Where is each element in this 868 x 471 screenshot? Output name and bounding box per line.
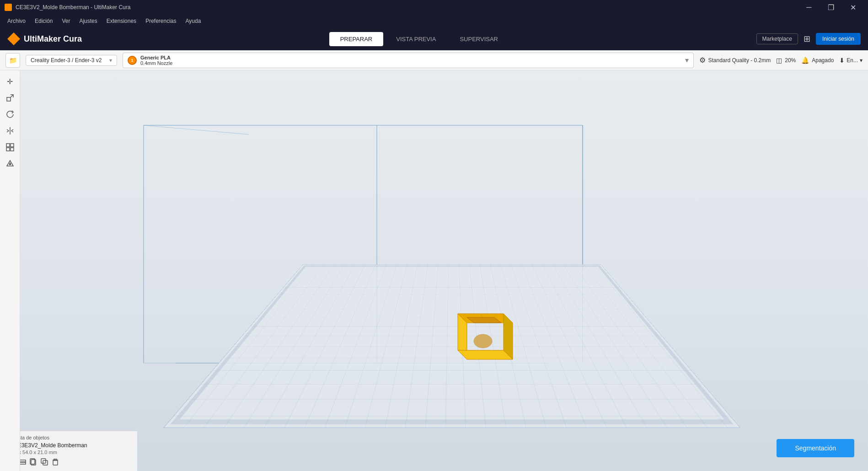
tab-supervisar[interactable]: SUPERVISAR (449, 32, 509, 46)
object-size: 54.0 x 54.0 x 21.0 mm (7, 450, 130, 455)
menu-ayuda[interactable]: Ayuda (182, 17, 205, 25)
svg-rect-3 (6, 144, 10, 147)
left-tools-panel: ✛ (0, 70, 20, 471)
slice-dropdown[interactable]: ⬇ En... ▾ (839, 57, 863, 64)
object-delete-button[interactable] (51, 458, 59, 467)
app-icon (5, 4, 12, 11)
svg-rect-37 (53, 460, 58, 465)
support-blocker-button[interactable] (3, 156, 17, 171)
brand-name: UltiMaker Cura (24, 34, 82, 44)
svg-rect-31 (19, 460, 26, 462)
quality-selector[interactable]: ⚙ Standard Quality - 0.2mm (699, 56, 771, 64)
title-bar-controls: ─ ❐ ✕ (798, 0, 863, 15)
open-folder-button[interactable]: 📁 (5, 53, 20, 68)
brand: UltiMaker Cura (7, 32, 82, 45)
support-label: Apagado (812, 57, 834, 64)
title-bar: CE3E3V2_Molde Bomberman - UltiMaker Cura… (0, 0, 868, 15)
download-icon: ⬇ (839, 57, 845, 64)
menu-bar: Archivo Edición Ver Ajustes Extensiones … (0, 15, 868, 27)
printer-name: Creality Ender-3 / Ender-3 v2 (31, 57, 102, 64)
object-actions (7, 458, 130, 467)
menu-archivo[interactable]: Archivo (4, 17, 29, 25)
tab-vista-previa[interactable]: VISTA PREVIA (385, 32, 447, 46)
material-selector[interactable]: 1 Generic PLA 0.4mm Nozzle ▾ (123, 53, 694, 68)
quality-label: Standard Quality - 0.2mm (708, 57, 771, 64)
nav-tabs: PREPARAR VISTA PREVIA SUPERVISAR (89, 32, 749, 46)
svg-line-15 (144, 125, 249, 134)
menu-ver[interactable]: Ver (58, 17, 74, 25)
tab-preparar[interactable]: PREPARAR (329, 32, 384, 46)
slice-label: En... (847, 57, 858, 64)
svg-rect-6 (11, 148, 14, 151)
move-tool-button[interactable]: ✛ (3, 74, 17, 89)
printer-chevron-icon: ▾ (109, 57, 112, 64)
brand-logo (7, 32, 20, 45)
3d-model (435, 300, 526, 366)
svg-rect-36 (43, 460, 48, 465)
infill-selector[interactable]: ◫ 20% (776, 57, 796, 64)
svg-rect-5 (6, 148, 10, 151)
model-svg (435, 300, 526, 364)
svg-marker-26 (458, 350, 513, 359)
menu-edicion[interactable]: Edición (31, 17, 56, 25)
main-area: ✛ (0, 70, 868, 471)
svg-rect-0 (7, 97, 11, 101)
close-button[interactable]: ✕ (842, 0, 863, 15)
object-copy-button[interactable] (29, 458, 38, 467)
window-title: CE3E3V2_Molde Bomberman - UltiMaker Cura (16, 4, 130, 11)
toolbar-right: Marketplace ⊞ Iniciar sesión (756, 33, 861, 45)
minimize-button[interactable]: ─ (798, 0, 820, 15)
menu-extensiones[interactable]: Extensiones (103, 17, 140, 25)
menu-ajustes[interactable]: Ajustes (75, 17, 101, 25)
restore-button[interactable]: ❐ (820, 0, 841, 15)
svg-point-28 (474, 334, 492, 348)
support-selector[interactable]: 🔔 Apagado (801, 57, 834, 64)
settings-right: ⚙ Standard Quality - 0.2mm ◫ 20% 🔔 Apaga… (699, 56, 863, 64)
material-name: Generic PLA (140, 55, 172, 60)
infill-label: 20% (785, 57, 796, 64)
slice-chevron-icon: ▾ (860, 57, 863, 64)
object-duplicate-button[interactable] (40, 458, 48, 467)
svg-line-1 (11, 95, 13, 97)
marketplace-button[interactable]: Marketplace (756, 33, 798, 44)
infill-icon: ◫ (776, 57, 782, 64)
svg-rect-4 (11, 144, 14, 147)
material-text: Generic PLA 0.4mm Nozzle (140, 55, 172, 66)
title-bar-left: CE3E3V2_Molde Bomberman - UltiMaker Cura (5, 4, 130, 11)
per-model-settings-button[interactable] (3, 140, 17, 155)
login-button[interactable]: Iniciar sesión (816, 33, 861, 45)
scale-tool-button[interactable] (3, 91, 17, 105)
svg-rect-32 (19, 462, 26, 464)
mirror-tool-button[interactable] (3, 123, 17, 138)
segmentation-button[interactable]: Segmentación (777, 439, 854, 457)
toolbar: UltiMaker Cura PREPARAR VISTA PREVIA SUP… (0, 27, 868, 50)
object-name: ✏ CE3E3V2_Molde Bomberman (7, 442, 130, 449)
printer-selector[interactable]: Creality Ender-3 / Ender-3 v2 ▾ (26, 55, 117, 66)
apps-grid-icon[interactable]: ⊞ (804, 34, 810, 44)
menu-preferencias[interactable]: Preferencias (142, 17, 180, 25)
svg-rect-35 (41, 459, 46, 463)
support-icon: 🔔 (801, 57, 809, 64)
material-circle-icon: 1 (128, 56, 137, 65)
rotate-tool-button[interactable] (3, 107, 17, 122)
material-chevron-icon: ▾ (685, 56, 689, 64)
second-toolbar: 📁 Creality Ender-3 / Ender-3 v2 ▾ 1 Gene… (0, 50, 868, 70)
material-nozzle: 0.4mm Nozzle (140, 60, 172, 66)
bottom-panel: ▲ Lista de objetos ✏ CE3E3V2_Molde Bombe… (0, 431, 137, 471)
object-list-header[interactable]: ▲ Lista de objetos (7, 435, 130, 440)
viewport[interactable] (20, 70, 868, 471)
quality-settings-icon: ⚙ (699, 56, 706, 64)
